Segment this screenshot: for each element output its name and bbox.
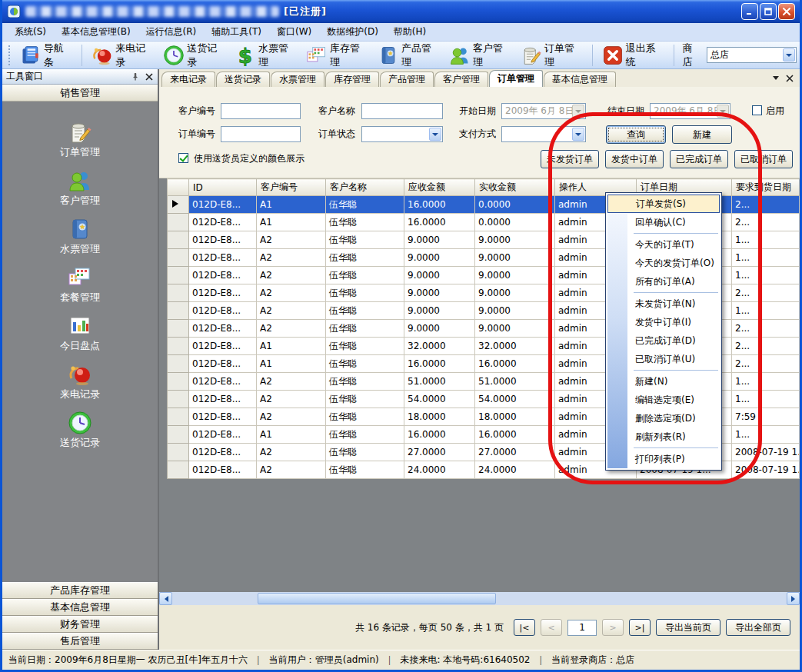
context-menu-item-11[interactable]: 已取消订单(U) [607,350,720,368]
context-menu-item-13[interactable]: 新建(N) [607,372,720,391]
sidebar-item-product[interactable]: 水票管理 [60,217,100,256]
row-selector-cell[interactable] [168,214,189,231]
scroll-left-icon[interactable] [159,592,172,605]
column-header-4[interactable]: 应收金额 [404,179,475,196]
row-selector-cell[interactable] [168,320,189,338]
context-menu-item-15[interactable]: 删除选定项(D) [607,409,720,427]
toolbar-button-people[interactable]: 客户管理 [445,40,515,71]
toolbar-button-exit[interactable]: 退出系统 [598,40,668,71]
quick-filter-button-2[interactable]: 发货中订单 [605,150,664,168]
tab-list-dropdown-icon[interactable] [773,76,779,83]
column-header-1[interactable]: ID [189,179,257,196]
tab-6[interactable]: 客户管理 [434,72,488,87]
row-selector-cell[interactable] [168,355,189,373]
export-all-pages-button[interactable]: 导出全部页 [726,619,790,636]
column-header-8[interactable]: 要求到货日期 [732,179,800,196]
tool-window-close-icon[interactable] [144,72,154,82]
toolbar-button-nav[interactable]: 导航条 [16,40,76,71]
sidebar-item-clock[interactable]: 送货记录 [60,411,100,450]
quick-filter-button-3[interactable]: 已完成订单 [670,150,728,168]
sidebar-item-bell[interactable]: 来电记录 [60,362,100,401]
maximize-button[interactable] [760,3,777,20]
prev-page-button[interactable]: < [541,619,562,636]
context-menu-item-6[interactable]: 所有的订单(A) [607,272,720,291]
row-selector-cell[interactable] [168,231,189,249]
row-selector-cell[interactable] [168,284,189,302]
quick-filter-button-1[interactable]: 未发货订单 [541,150,599,168]
column-header-5[interactable]: 实收金额 [475,179,555,196]
sidebar-section-1[interactable]: 产品库存管理 [2,582,158,599]
customer-no-input[interactable] [221,103,301,119]
sidebar-item-order[interactable]: 订单管理 [60,120,100,159]
sidebar-section-sales[interactable]: 销售管理 [2,85,158,101]
context-menu-item-1[interactable]: 订单发货(S) [607,195,720,213]
minimize-button[interactable] [741,3,758,20]
toolbar-button-calendar[interactable]: 库存管理 [302,40,372,71]
tab-8[interactable]: 基本信息管理 [544,72,616,87]
row-selector-cell[interactable] [168,391,189,408]
context-menu-item-2[interactable]: 回单确认(C) [607,213,720,231]
toolbar-button-order[interactable]: 订单管理 [517,40,587,71]
order-no-input[interactable] [221,126,301,142]
context-menu-item-10[interactable]: 已完成订单(D) [607,331,720,350]
menubar-item-7[interactable]: 帮助(H) [386,23,434,41]
tab-1[interactable]: 来电记录 [161,72,215,87]
menubar-item-1[interactable]: 系统(S) [7,23,54,41]
context-menu-item-5[interactable]: 今天的发货订单(O) [607,254,720,272]
toolbar-button-bell[interactable]: 来电记录 [88,40,158,71]
menubar-item-6[interactable]: 数据维护(D) [319,23,386,41]
pay-method-select[interactable] [501,126,586,142]
toolbar-button-dollar[interactable]: $水票管理 [231,40,301,71]
tab-close-icon[interactable] [786,75,794,82]
context-menu-item-14[interactable]: 编辑选定项(E) [607,391,720,409]
row-selector-cell[interactable] [168,373,189,391]
close-button[interactable] [778,3,795,20]
pin-icon[interactable] [130,72,140,82]
quick-filter-button-4[interactable]: 已取消订单 [734,150,793,168]
column-header-3[interactable]: 客户名称 [326,179,404,196]
scrollbar-thumb[interactable] [258,593,496,604]
menubar-item-3[interactable]: 运行信息(R) [138,23,205,41]
row-selector-cell[interactable] [168,196,189,214]
sidebar-section-4[interactable]: 售后管理 [2,633,158,650]
customer-name-input[interactable] [361,103,443,119]
context-menu-item-9[interactable]: 发货中订单(I) [607,313,720,331]
row-selector-cell[interactable] [168,444,189,461]
sidebar-item-calendar[interactable]: 套餐管理 [60,265,100,304]
toolbar-button-clock[interactable]: 送货记录 [159,40,229,71]
export-current-page-button[interactable]: 导出当前页 [656,619,720,636]
tab-7[interactable]: 订单管理 [489,70,543,87]
context-menu-item-8[interactable]: 未发货订单(N) [607,294,720,313]
last-page-button[interactable]: >| [629,619,651,636]
page-number-input[interactable] [567,620,597,636]
next-page-button[interactable]: > [602,619,624,636]
row-selector-cell[interactable] [168,302,189,320]
tab-5[interactable]: 产品管理 [380,72,434,87]
horizontal-scrollbar[interactable] [159,592,800,605]
menubar-item-2[interactable]: 基本信息管理(B) [54,23,138,41]
shop-select[interactable]: 总店 [707,47,797,63]
query-button[interactable]: 查询 [606,125,666,144]
first-page-button[interactable]: |< [514,619,535,636]
sidebar-item-chart[interactable]: 今日盘点 [60,314,100,353]
context-menu-item-16[interactable]: 刷新列表(R) [607,427,720,446]
color-display-checkbox[interactable] [178,153,188,163]
sidebar-section-3[interactable]: 财务管理 [2,616,158,633]
tab-3[interactable]: 水票管理 [271,72,324,87]
row-selector-cell[interactable] [168,267,189,284]
enable-date-checkbox[interactable] [752,105,762,115]
new-button[interactable]: 新建 [672,125,732,144]
start-date-picker[interactable]: 2009年 6月 8日 [501,103,586,119]
tab-2[interactable]: 送货记录 [216,72,270,87]
row-selector-cell[interactable] [168,461,189,479]
row-selector-cell[interactable] [168,426,189,444]
row-selector-cell[interactable] [168,408,189,426]
context-menu-item-4[interactable]: 今天的订单(T) [607,235,720,254]
context-menu-item-18[interactable]: 打印列表(P) [607,450,720,468]
menubar-item-5[interactable]: 窗口(W) [269,23,319,41]
sidebar-item-people[interactable]: 客户管理 [60,168,100,208]
sidebar-section-2[interactable]: 基本信息管理 [2,599,158,616]
row-selector-cell[interactable] [168,249,189,267]
end-date-picker[interactable]: 2009年 6月 8日 [650,103,730,119]
toolbar-button-product[interactable]: 产品管理 [374,40,444,71]
